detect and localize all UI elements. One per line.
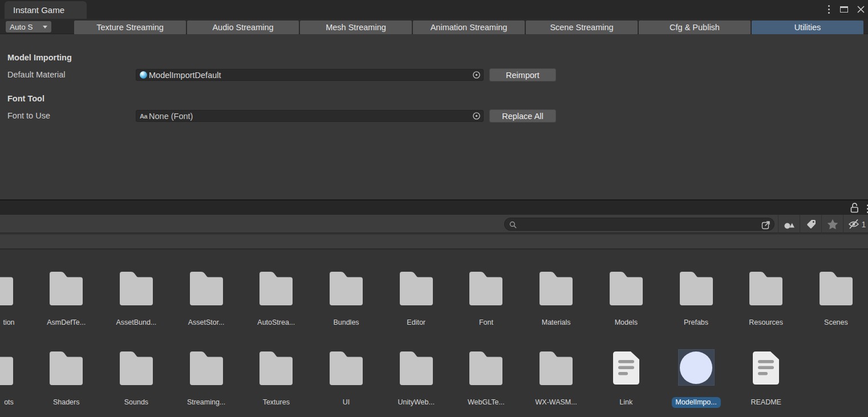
breadcrumb-bar	[0, 235, 868, 250]
asset-item-unityweb[interactable]: UnityWeb...	[385, 349, 448, 408]
section-header-model-importing: Model Importing	[7, 53, 72, 62]
tab-cfg-publish[interactable]: Cfg & Publish	[639, 21, 751, 34]
folder-icon	[398, 269, 435, 307]
tab-mesh-streaming[interactable]: Mesh Streaming	[300, 21, 412, 34]
folder-icon	[328, 269, 364, 307]
tab-audio-streaming[interactable]: Audio Streaming	[187, 21, 299, 34]
utilities-panel: Model Importing Default Material ModelIm…	[0, 34, 868, 201]
folder-icon	[0, 269, 15, 307]
dropdown-label: Auto S	[10, 23, 33, 31]
asset-item-scenes[interactable]: Scenes	[805, 269, 867, 329]
tab-scene-streaming[interactable]: Scene Streaming	[526, 21, 638, 34]
folder-icon	[118, 349, 155, 387]
asset-label: Streaming...	[187, 397, 225, 408]
folder-icon	[118, 269, 155, 307]
font-to-use-label: Font to Use	[7, 111, 50, 120]
folder-icon	[538, 269, 574, 307]
asset-label: Font	[479, 317, 493, 328]
asset-item-prefabs[interactable]: Prefabs	[665, 269, 728, 329]
maximize-icon[interactable]	[840, 6, 848, 13]
tab-animation-streaming[interactable]: Animation Streaming	[413, 21, 525, 34]
kebab-menu-icon[interactable]	[866, 203, 868, 214]
filter-by-label-icon[interactable]	[802, 215, 820, 234]
project-header-strip	[0, 201, 868, 215]
window-tab[interactable]: Instant Game	[5, 1, 87, 19]
asset-item-shaders[interactable]: Shaders	[35, 349, 98, 408]
favorites-star-icon[interactable]	[824, 215, 842, 234]
folder-icon	[328, 349, 364, 387]
material-preview	[678, 349, 715, 386]
asset-label: Link	[619, 397, 632, 408]
folder-icon	[258, 269, 294, 307]
asset-item-textures[interactable]: Textures	[245, 349, 307, 408]
reimport-button[interactable]: Reimport	[489, 68, 556, 81]
window-title: Instant Game	[13, 5, 64, 15]
asset-label: Models	[615, 317, 638, 328]
asset-item-wx-wasm[interactable]: WX-WASM...	[525, 349, 587, 408]
asset-label: ModelImpo...	[671, 397, 720, 408]
kebab-menu-icon[interactable]	[827, 4, 831, 15]
folder-icon	[188, 349, 225, 387]
default-material-value: ModelImportDefault	[149, 71, 221, 80]
search-icon	[509, 221, 517, 228]
asset-item-link[interactable]: Link	[595, 349, 658, 408]
default-material-field[interactable]: ModelImportDefault	[136, 69, 484, 81]
asset-item-autostrea[interactable]: AutoStrea...	[245, 269, 307, 329]
object-picker-icon[interactable]	[470, 70, 483, 80]
asset-item-readme[interactable]: README	[735, 349, 797, 408]
asset-label: tion	[3, 317, 14, 328]
asset-item-ui[interactable]: UI	[315, 349, 378, 408]
hidden-count-eye-icon[interactable]: 1	[845, 215, 868, 234]
asset-label: AsmDefTe...	[47, 317, 86, 328]
open-search-icon[interactable]	[761, 220, 771, 230]
material-sphere-icon	[140, 71, 147, 79]
folder-icon	[0, 349, 15, 387]
asset-item-webglte[interactable]: WebGLTe...	[455, 349, 517, 408]
asset-item-models[interactable]: Models	[595, 269, 658, 329]
folder-icon	[748, 269, 784, 307]
asset-item-bundles[interactable]: Bundles	[315, 269, 378, 329]
asset-item-materials[interactable]: Materials	[525, 269, 587, 329]
font-to-use-field[interactable]: Aa None (Font)	[136, 110, 484, 122]
replace-all-button[interactable]: Replace All	[489, 109, 556, 122]
asset-label: AssetBund...	[116, 317, 156, 328]
asset-item-assetstor[interactable]: AssetStor...	[175, 269, 238, 329]
folder-icon	[608, 269, 644, 307]
caret-down-icon	[43, 26, 47, 28]
close-icon[interactable]	[857, 6, 865, 13]
project-toolbar: 1	[0, 215, 868, 234]
asset-item-ots[interactable]: ots	[0, 349, 28, 408]
tabs-container: Texture StreamingAudio StreamingMesh Str…	[74, 21, 863, 34]
asset-label: ots	[4, 397, 14, 408]
folder-icon	[188, 269, 225, 307]
asset-item-font[interactable]: Font	[455, 269, 517, 329]
asset-label: Resources	[749, 317, 783, 328]
document-icon	[613, 351, 639, 385]
unlock-icon[interactable]	[850, 202, 859, 213]
filter-by-type-icon[interactable]	[780, 215, 798, 234]
asset-item-sounds[interactable]: Sounds	[105, 349, 168, 408]
asset-item-resources[interactable]: Resources	[735, 269, 797, 329]
folder-icon	[398, 349, 435, 387]
tab-texture-streaming[interactable]: Texture Streaming	[74, 21, 186, 34]
asset-label: Scenes	[824, 317, 848, 328]
tab-utilities[interactable]: Utilities	[752, 21, 863, 34]
asset-item-asmdefte[interactable]: AsmDefTe...	[35, 269, 98, 329]
asset-item-tion[interactable]: tion	[0, 269, 28, 329]
asset-label: Materials	[542, 317, 571, 328]
asset-item-editor[interactable]: Editor	[385, 269, 448, 329]
search-box[interactable]	[504, 218, 774, 231]
asset-item-modelimpo[interactable]: ModelImpo...	[665, 349, 728, 408]
folder-icon	[258, 349, 294, 387]
object-picker-icon[interactable]	[470, 111, 483, 121]
folder-icon	[48, 349, 84, 387]
asset-item-assetbund[interactable]: AssetBund...	[105, 269, 168, 329]
auto-streaming-dropdown[interactable]: Auto S	[6, 21, 51, 32]
asset-label: README	[751, 397, 781, 408]
asset-item-streaming[interactable]: Streaming...	[175, 349, 238, 408]
folder-icon	[538, 349, 574, 387]
asset-label: UnityWeb...	[398, 397, 435, 408]
window-titlebar: Instant Game	[0, 0, 868, 19]
search-input[interactable]	[520, 219, 753, 230]
folder-icon	[468, 269, 504, 307]
